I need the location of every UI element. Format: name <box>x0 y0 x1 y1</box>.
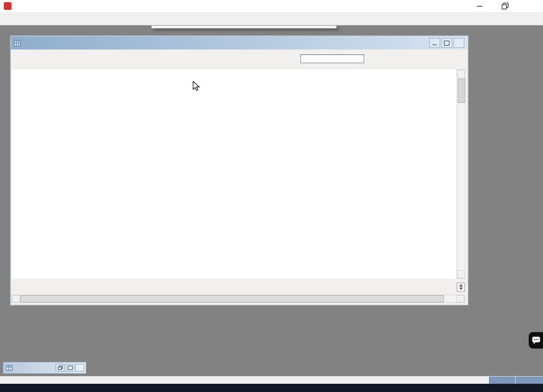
mini-close-button[interactable] <box>75 364 84 372</box>
horizontal-scrollbar-thumb[interactable] <box>20 295 444 302</box>
child-window-controls <box>429 38 464 48</box>
app-icon <box>4 2 12 10</box>
child-toolbar <box>11 49 468 70</box>
spin-down-icon <box>459 288 463 290</box>
menubar <box>0 12 543 25</box>
recorder-overlay-icon[interactable] <box>529 332 543 349</box>
child-window-titlebar[interactable] <box>11 36 468 49</box>
vertical-scrollbar[interactable] <box>457 69 465 279</box>
mouse-cursor <box>193 81 201 92</box>
spin-up-icon <box>459 284 463 286</box>
horizontal-scrollbar[interactable] <box>12 295 465 303</box>
scroll-left-button[interactable] <box>12 295 20 302</box>
minimize-button[interactable] <box>467 0 492 12</box>
minimize-icon <box>477 6 482 7</box>
minimized-window-pago-a-clientes[interactable] <box>3 362 86 374</box>
close-button[interactable] <box>518 0 543 12</box>
mini-restore-button[interactable] <box>56 364 64 372</box>
scroll-right-button[interactable] <box>456 295 464 302</box>
child-maximize-button[interactable] <box>441 38 452 48</box>
statusbar-panel <box>489 377 515 384</box>
minimized-window-icon <box>6 365 13 372</box>
restore-button[interactable] <box>492 0 518 12</box>
consultas-menu-popup <box>151 25 337 29</box>
toolbar-input[interactable] <box>300 54 364 63</box>
restore-icon <box>58 366 63 370</box>
statusbar-panel <box>516 377 543 384</box>
window-titlebar[interactable] <box>0 0 543 12</box>
statusbar <box>0 376 543 384</box>
restore-icon <box>502 3 508 9</box>
window-controls <box>467 0 543 12</box>
grid-window-icon <box>14 40 21 47</box>
taskbar <box>0 384 543 392</box>
minimize-icon <box>432 45 437 45</box>
maximize-icon <box>444 41 449 46</box>
spin-control[interactable] <box>457 283 465 292</box>
child-close-button[interactable] <box>453 38 464 48</box>
scroll-up-button[interactable] <box>457 70 465 78</box>
vertical-scrollbar-thumb[interactable] <box>458 79 465 103</box>
grid-area <box>12 69 466 279</box>
mini-maximize-button[interactable] <box>65 364 74 372</box>
child-minimize-button[interactable] <box>429 38 440 48</box>
scroll-down-button[interactable] <box>457 270 465 278</box>
minimized-window-controls <box>56 364 84 372</box>
maximize-icon <box>68 366 73 370</box>
child-window-pagos-clientes <box>10 35 469 306</box>
